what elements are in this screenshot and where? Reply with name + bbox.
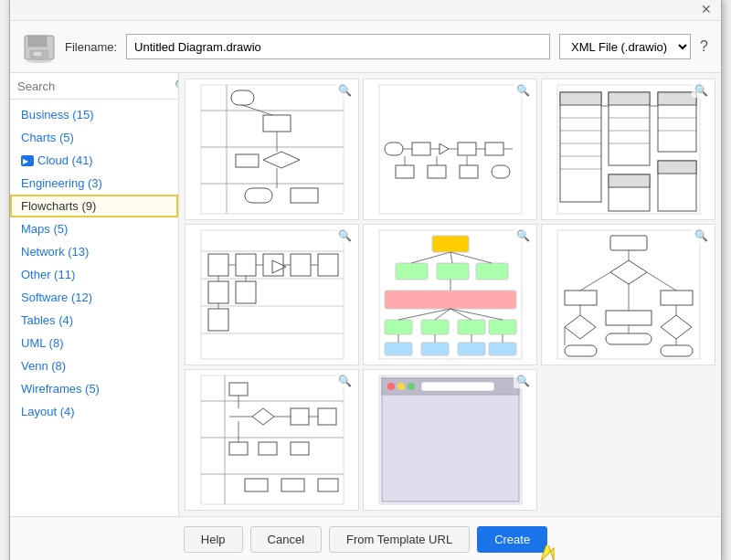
template-card-1[interactable]: 🔍 <box>185 79 359 220</box>
svg-rect-85 <box>396 263 428 280</box>
template-card-3[interactable]: 🔍 <box>541 79 715 220</box>
sidebar-item-network[interactable]: Network (13) <box>10 240 178 263</box>
zoom-icon-6[interactable]: 🔍 <box>692 228 711 243</box>
search-box: 🔍 <box>10 73 178 100</box>
svg-rect-150 <box>382 378 519 502</box>
cancel-button[interactable]: Cancel <box>250 526 322 553</box>
svg-point-4 <box>26 59 52 63</box>
thumb-4 <box>185 225 358 365</box>
footer: Help Cancel From Template URL Create <box>10 516 721 560</box>
template-card-4[interactable]: 🔍 <box>185 224 359 365</box>
zoom-icon-4[interactable]: 🔍 <box>335 228 355 243</box>
thumb-2 <box>364 79 536 219</box>
svg-point-154 <box>408 383 415 390</box>
svg-rect-92 <box>489 320 516 334</box>
template-card-6[interactable]: 🔍 <box>541 224 715 365</box>
search-input[interactable] <box>17 79 171 93</box>
sidebar-item-software[interactable]: Software (12) <box>10 286 178 309</box>
body: 🔍 Business (15) Charts (5) ▶ Cloud (41) … <box>10 73 721 516</box>
header: Filename: XML File (.drawio) PNG File (.… <box>10 21 721 73</box>
template-card-5[interactable]: 🔍 <box>363 224 537 365</box>
sidebar-item-layout[interactable]: Layout (4) <box>10 400 178 423</box>
svg-rect-84 <box>432 236 469 252</box>
zoom-icon-5[interactable]: 🔍 <box>514 228 533 243</box>
sidebar-item-venn[interactable]: Venn (8) <box>10 354 178 377</box>
svg-rect-129 <box>201 375 344 504</box>
svg-rect-41 <box>560 92 601 105</box>
thumb-6 <box>542 225 715 365</box>
svg-rect-48 <box>609 92 650 105</box>
help-button[interactable]: Help <box>184 526 243 553</box>
filetype-select[interactable]: XML File (.drawio) PNG File (.png) SVG F… <box>559 34 691 59</box>
template-card-2[interactable]: 🔍 <box>363 79 537 220</box>
sidebar-item-wireframes[interactable]: Wireframes (5) <box>10 377 178 400</box>
thumb-1 <box>185 79 358 219</box>
zoom-icon-1[interactable]: 🔍 <box>335 83 355 98</box>
svg-rect-94 <box>421 343 449 355</box>
thumb-7 <box>185 370 358 510</box>
svg-rect-155 <box>421 382 494 391</box>
svg-rect-59 <box>609 174 650 187</box>
svg-rect-90 <box>421 320 449 334</box>
svg-rect-87 <box>476 263 508 280</box>
help-icon[interactable]: ? <box>700 38 708 55</box>
sidebar-item-business[interactable]: Business (15) <box>10 103 178 126</box>
sidebar-item-charts[interactable]: Charts (5) <box>10 126 178 149</box>
svg-rect-86 <box>437 263 469 280</box>
thumb-3 <box>542 79 715 219</box>
svg-rect-91 <box>458 320 485 334</box>
zoom-icon-8[interactable]: 🔍 <box>514 374 533 388</box>
svg-rect-1 <box>28 36 47 47</box>
sidebar-item-uml[interactable]: UML (8) <box>10 332 178 354</box>
svg-rect-95 <box>458 343 485 355</box>
svg-rect-3 <box>34 52 41 56</box>
title-bar: ✕ <box>10 0 721 21</box>
svg-point-153 <box>397 383 405 390</box>
thumb-8 <box>364 370 536 510</box>
svg-rect-96 <box>489 343 516 355</box>
zoom-icon-3[interactable]: 🔍 <box>692 83 711 98</box>
templates-area: 🔍 <box>179 73 721 516</box>
sidebar-item-engineering[interactable]: Engineering (3) <box>10 172 178 195</box>
sidebar-item-cloud[interactable]: ▶ Cloud (41) <box>10 149 178 172</box>
zoom-icon-7[interactable]: 🔍 <box>335 374 355 388</box>
close-button[interactable]: ✕ <box>697 2 715 16</box>
svg-rect-61 <box>658 161 696 174</box>
sidebar-item-flowcharts[interactable]: Flowcharts (9) <box>10 195 178 217</box>
svg-marker-156 <box>538 545 560 560</box>
template-url-button[interactable]: From Template URL <box>329 526 470 553</box>
cloud-icon: ▶ <box>21 155 34 166</box>
dialog: ✕ Filename: XML File (.drawio) PNG File … <box>9 0 722 560</box>
svg-point-152 <box>387 383 395 390</box>
sidebar: 🔍 Business (15) Charts (5) ▶ Cloud (41) … <box>10 73 179 516</box>
sidebar-item-other[interactable]: Other (11) <box>10 263 178 286</box>
svg-rect-89 <box>385 320 412 334</box>
filename-label: Filename: <box>65 40 117 54</box>
svg-rect-21 <box>379 85 522 214</box>
category-list: Business (15) Charts (5) ▶ Cloud (41) En… <box>10 100 178 516</box>
arrow-indicator <box>538 545 566 560</box>
svg-rect-93 <box>385 343 412 355</box>
template-card-7[interactable]: 🔍 <box>185 369 359 511</box>
template-card-8[interactable]: 🔍 <box>363 369 537 511</box>
svg-rect-53 <box>658 92 696 105</box>
thumb-5 <box>364 225 536 365</box>
disk-icon <box>23 30 56 63</box>
svg-text:▶: ▶ <box>23 157 29 165</box>
svg-rect-62 <box>201 230 344 359</box>
svg-rect-88 <box>385 291 516 309</box>
zoom-icon-2[interactable]: 🔍 <box>514 83 533 98</box>
sidebar-item-tables[interactable]: Tables (4) <box>10 309 178 332</box>
filename-input[interactable] <box>126 34 550 59</box>
create-button[interactable]: Create <box>477 526 547 553</box>
sidebar-item-maps[interactable]: Maps (5) <box>10 217 178 240</box>
